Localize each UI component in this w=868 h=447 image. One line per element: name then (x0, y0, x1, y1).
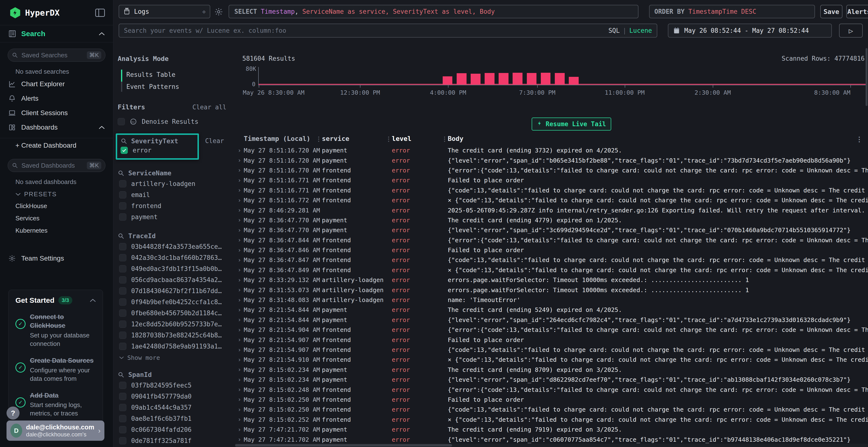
table-row[interactable]: › May 27 8:36:47.846 AM frontend error F… (235, 245, 868, 255)
table-row[interactable]: › May 27 8:51:16.771 AM frontend error {… (235, 185, 868, 195)
checkbox-unchecked[interactable] (119, 437, 126, 444)
table-row[interactable]: › May 27 8:21:54.907 AM frontend error F… (235, 335, 868, 345)
checkbox-unchecked[interactable] (119, 180, 126, 187)
table-row[interactable]: › May 27 8:36:47.770 AM payment error Th… (235, 215, 868, 225)
histogram-bar[interactable] (443, 76, 453, 85)
table-row[interactable]: › May 27 8:51:16.720 AM payment error Th… (235, 145, 868, 156)
sidebar-toggle-icon[interactable] (95, 9, 105, 17)
horizontal-scrollbar[interactable] (235, 444, 868, 447)
checkbox-unchecked[interactable] (119, 404, 126, 411)
sidebar-item-search[interactable]: Search (0, 25, 113, 42)
histogram-bar[interactable] (555, 73, 565, 85)
row-expand-icon[interactable]: › (235, 286, 244, 294)
checkbox-unchecked[interactable] (119, 393, 126, 400)
checkbox-unchecked[interactable] (119, 309, 126, 317)
sidebar-item-clickhouse[interactable]: ClickHouse (0, 200, 113, 212)
sidebar-item-client-sessions[interactable]: Client Sessions (0, 106, 113, 120)
row-expand-icon[interactable]: › (235, 207, 244, 214)
row-expand-icon[interactable]: › (235, 376, 244, 383)
filter-value-checkbox[interactable]: 0ae8e1f6c6b37fb1 (118, 413, 235, 424)
row-expand-icon[interactable]: › (235, 257, 244, 264)
checkbox-unchecked[interactable] (119, 254, 126, 261)
row-expand-icon[interactable]: › (235, 436, 244, 443)
row-expand-icon[interactable]: › (235, 326, 244, 333)
checkbox-unchecked[interactable] (119, 287, 126, 295)
table-row[interactable]: › May 27 8:21:54.907 AM frontend error {… (235, 345, 868, 355)
drag-handle-icon[interactable]: ⋮ (441, 135, 448, 143)
table-row[interactable]: › May 27 8:31:48.083 AM artillery-loadge… (235, 295, 868, 305)
row-expand-icon[interactable]: › (235, 167, 244, 174)
sidebar-item-dashboards[interactable]: Dashboards (0, 120, 113, 135)
drag-handle-icon[interactable]: ⋮ (385, 135, 392, 143)
filter-value-checkbox[interactable]: 09041fb457779da0 (118, 391, 235, 402)
checkbox-unchecked[interactable] (119, 332, 126, 339)
column-header-level[interactable]: level⋮ (392, 135, 448, 145)
search-icon[interactable] (121, 138, 127, 144)
select-clause-input[interactable]: SELECT Timestamp, ServiceName as service… (228, 5, 639, 18)
create-dashboard-button[interactable]: + Create Dashboard (0, 138, 113, 153)
filter-value-checkbox[interactable]: artillery-loadgen (118, 178, 235, 189)
chevron-up-icon[interactable] (90, 299, 96, 302)
search-input[interactable]: Search your events w/ Lucene ex. column:… (119, 24, 657, 38)
scrollbar-thumb[interactable] (235, 444, 452, 447)
row-expand-icon[interactable]: › (235, 416, 244, 423)
sidebar-item-kubernetes[interactable]: Kubernetes (0, 225, 113, 237)
table-row[interactable]: › May 27 8:33:29.132 AM artillery-loadge… (235, 275, 868, 285)
row-expand-icon[interactable]: › (235, 356, 244, 363)
row-expand-icon[interactable]: › (235, 227, 244, 234)
row-expand-icon[interactable]: › (235, 157, 244, 164)
gear-icon[interactable] (214, 7, 223, 16)
checkbox-unchecked[interactable] (119, 202, 126, 209)
table-row[interactable]: › May 27 8:15:02.234 AM payment error Th… (235, 365, 868, 375)
saved-searches-input[interactable]: Saved Searches ⌘K (8, 49, 105, 62)
table-row[interactable]: › May 27 8:51:16.720 AM payment error {"… (235, 156, 868, 165)
severity-error-checkbox[interactable]: error (121, 145, 194, 156)
get-started-item[interactable]: ✓ Create Data Sources Configure where yo… (16, 356, 96, 383)
tab-event-patterns[interactable]: Event Patterns (118, 81, 235, 93)
row-expand-icon[interactable]: › (235, 347, 244, 353)
checkbox-unchecked[interactable] (119, 382, 126, 389)
checkbox-checked[interactable] (121, 147, 128, 154)
histogram-bar[interactable] (499, 73, 508, 85)
table-row[interactable]: › May 27 8:46:29.281 AM error 2025-05-26… (235, 205, 868, 215)
user-menu[interactable]: D dale@clickhouse.com dale@clickhouse.co… (6, 420, 104, 441)
filter-value-checkbox[interactable]: 03f7b824595feec5 (118, 380, 235, 391)
filter-value-checkbox[interactable]: 1ae42480d758e9ab91193a1… (118, 341, 235, 352)
table-row[interactable]: › May 27 8:21:54.910 AM frontend error ×… (235, 355, 868, 365)
save-button[interactable]: Save (820, 5, 842, 18)
filter-value-checkbox[interactable]: 0fbe680eb456750b2d1184c… (118, 308, 235, 319)
column-header-timestamp[interactable]: Timestamp (Local)⋮ (244, 135, 322, 145)
row-expand-icon[interactable]: › (235, 366, 244, 373)
table-row[interactable]: › May 27 8:36:47.844 AM frontend error {… (235, 235, 868, 245)
row-expand-icon[interactable]: › (235, 187, 244, 194)
search-icon[interactable] (118, 233, 124, 239)
resume-live-tail-button[interactable]: Resume Live Tail (532, 117, 611, 131)
search-icon[interactable] (118, 371, 124, 378)
sidebar-item-team-settings[interactable]: Team Settings (0, 251, 113, 266)
table-row[interactable]: › May 27 8:51:16.771 AM frontend error F… (235, 175, 868, 185)
table-row[interactable]: › May 27 8:21:54.844 AM payment error Th… (235, 305, 868, 315)
table-row[interactable]: › May 27 8:36:47.849 AM frontend error ×… (235, 265, 868, 275)
order-by-input[interactable]: ORDER BY TimestampTime DESC (649, 5, 815, 18)
source-select[interactable]: Logs ◇ (119, 5, 210, 18)
sidebar-item-services[interactable]: Services (0, 212, 113, 225)
filter-value-checkbox[interactable]: 049ed0ac3fdb1f3f15a0b0b… (118, 263, 235, 274)
filter-value-checkbox[interactable]: 03b44828f42a3573ea655ce… (118, 241, 235, 252)
severity-clear-button[interactable]: Clear (205, 137, 224, 144)
lucene-mode-toggle[interactable]: Lucene (629, 27, 652, 34)
column-header-service[interactable]: service⋮ (322, 135, 392, 145)
saved-dashboards-input[interactable]: Saved Dashboards ⌘K (8, 159, 105, 172)
row-expand-icon[interactable]: › (235, 406, 244, 413)
table-row[interactable]: › May 27 8:15:02.250 AM frontend error {… (235, 405, 868, 414)
clear-all-filters-button[interactable]: Clear all (192, 104, 226, 111)
histogram-bar[interactable] (527, 73, 537, 85)
histogram-bar[interactable] (569, 77, 579, 85)
table-row[interactable]: › May 27 8:21:54.844 AM payment error {"… (235, 315, 868, 325)
histogram-bar[interactable] (485, 73, 495, 85)
checkbox-unchecked[interactable] (119, 191, 126, 199)
filter-value-checkbox[interactable]: 12ec8dd52b60b9525733b7e… (118, 319, 235, 330)
checkbox-unchecked[interactable] (119, 243, 126, 250)
chevron-up-icon[interactable] (99, 32, 105, 36)
filter-value-checkbox[interactable]: frontend (118, 200, 235, 211)
histogram-plot[interactable] (259, 67, 866, 85)
